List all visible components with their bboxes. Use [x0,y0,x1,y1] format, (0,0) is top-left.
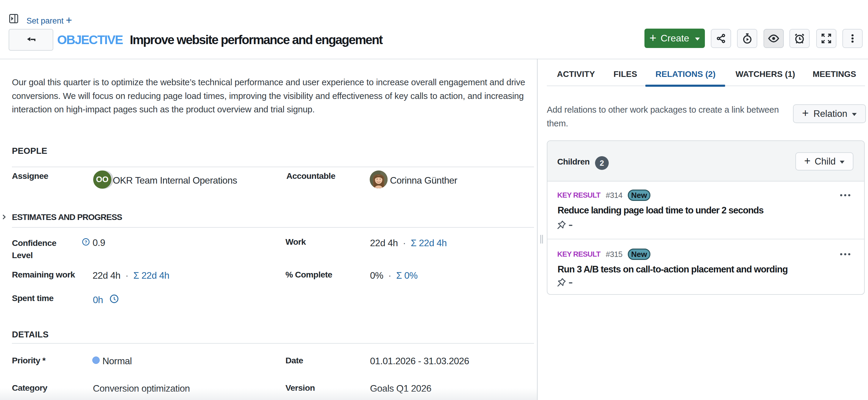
svg-text:?: ? [85,239,87,245]
